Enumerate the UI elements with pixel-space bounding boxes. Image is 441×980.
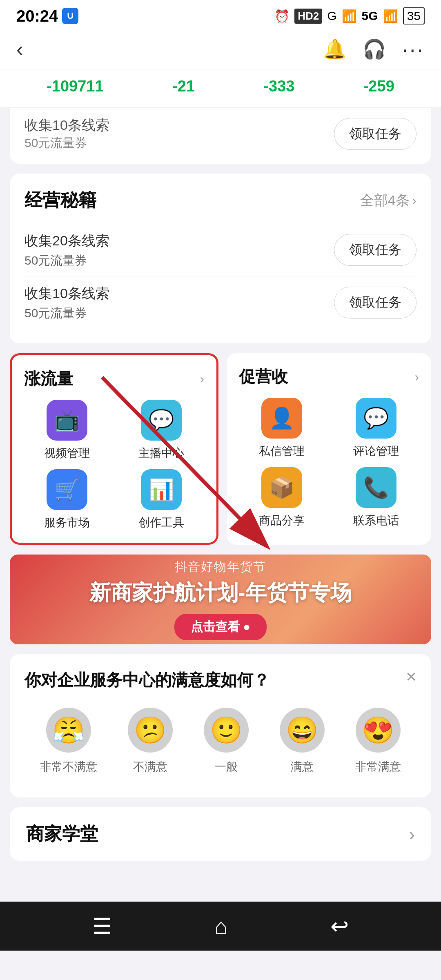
grow-item-2[interactable]: 🛒 服务市场 (24, 469, 110, 530)
promote-revenue-header: 促营收 › (239, 365, 419, 388)
grow-traffic-grid: 📺 视频管理 💬 主播中心 🛒 服务市场 📊 创作工具 (24, 400, 204, 530)
g-signal-icon: G (327, 9, 336, 23)
grow-traffic-link[interactable]: › (200, 372, 204, 386)
back-nav-icon[interactable]: ↩ (330, 913, 349, 939)
merchant-learning-arrow: › (409, 824, 415, 844)
spacer (0, 861, 441, 885)
grow-item-0[interactable]: 📺 视频管理 (24, 400, 110, 461)
creation-tools-icon: 📊 (141, 469, 182, 510)
video-mgmt-label: 视频管理 (44, 445, 90, 461)
streamer-center-icon: 💬 (141, 400, 182, 441)
emoji-label-2: 一般 (215, 759, 238, 775)
video-mgmt-icon: 📺 (47, 400, 87, 441)
partial-task-text: 收集10条线索 50元流量券 (24, 116, 109, 151)
nav-icons: 🔔 🎧 ··· (323, 37, 425, 61)
stats-row: -109711 -21 -333 -259 (0, 69, 441, 108)
status-time: 20:24 U (16, 7, 78, 25)
phone-contact-icon: 📞 (356, 467, 396, 508)
5g-label: 5G (362, 9, 378, 23)
headset-icon[interactable]: 🎧 (363, 38, 386, 60)
back-button[interactable]: ‹ (16, 37, 31, 61)
task-1-text: 收集20条线索 50元流量券 (24, 230, 109, 270)
page-wrapper: 20:24 U ⏰ HD2 G 📶 5G 📶 35 ‹ 🔔 🎧 ··· -109… (0, 0, 441, 951)
promo-item-0[interactable]: 👤 私信管理 (239, 398, 325, 459)
secret-section-card: 经营秘籍 全部4条 › 收集20条线索 50元流量券 领取任务 收集10条线索 … (10, 174, 431, 343)
survey-close-button[interactable]: × (406, 666, 416, 687)
emoji-satisfied: 😄 (280, 708, 325, 753)
nav-bar: ‹ 🔔 🎧 ··· (0, 29, 441, 69)
task-2-button[interactable]: 领取任务 (334, 287, 416, 318)
emoji-neutral: 🙂 (204, 708, 249, 753)
comment-mgmt-icon: 💬 (356, 398, 396, 439)
survey-card: × 你对企业服务中心的满意度如何？ 😤 非常不满意 😕 不满意 🙂 一般 😄 满… (10, 654, 431, 797)
product-share-label: 商品分享 (259, 513, 305, 528)
comment-mgmt-label: 评论管理 (353, 443, 399, 459)
stat-4[interactable]: -259 (363, 78, 394, 95)
task-item-2: 收集10条线索 50元流量券 领取任务 (24, 276, 416, 329)
survey-option-0[interactable]: 😤 非常不满意 (40, 708, 97, 775)
merchant-learning-row[interactable]: 商家学堂 › (10, 807, 431, 861)
service-market-label: 服务市场 (44, 515, 90, 530)
emoji-label-1: 不满意 (133, 759, 167, 775)
merchant-learning-title: 商家学堂 (26, 822, 98, 846)
promo-item-2[interactable]: 📦 商品分享 (239, 467, 325, 528)
stat-3[interactable]: -333 (263, 78, 294, 95)
partial-task-button[interactable]: 领取任务 (334, 118, 416, 150)
grow-traffic-card: 涨流量 › 📺 视频管理 💬 主播中心 🛒 服务市场 📊 创作 (10, 353, 218, 545)
signal-icon: 📶 (342, 9, 357, 23)
banner[interactable]: 抖音好物年货节 新商家护航计划-年货节专场 点击查看 ● (10, 555, 431, 644)
promo-item-3[interactable]: 📞 联系电话 (333, 467, 419, 528)
secret-link[interactable]: 全部4条 › (360, 191, 416, 210)
promote-revenue-card: 促营收 › 👤 私信管理 💬 评论管理 📦 商品分享 📞 联系 (227, 353, 431, 545)
emoji-unsatisfied: 😕 (128, 708, 173, 753)
emoji-very-satisfied: 😍 (356, 708, 401, 753)
task-2-text: 收集10条线索 50元流量券 (24, 283, 109, 322)
emoji-row: 😤 非常不满意 😕 不满意 🙂 一般 😄 满意 😍 非常满意 (24, 708, 416, 775)
promote-revenue-link[interactable]: › (415, 370, 419, 384)
partial-card: 收集10条线索 50元流量券 领取任务 (10, 108, 431, 164)
stat-2[interactable]: -21 (172, 78, 195, 95)
phone-contact-label: 联系电话 (353, 513, 399, 528)
emoji-label-4: 非常满意 (355, 759, 401, 775)
hd2-label: HD2 (294, 9, 322, 24)
emoji-label-3: 满意 (291, 759, 314, 775)
alarm-icon: ⏰ (274, 9, 290, 23)
promote-revenue-grid: 👤 私信管理 💬 评论管理 📦 商品分享 📞 联系电话 (239, 398, 419, 528)
streamer-center-label: 主播中心 (138, 445, 184, 461)
secret-header: 经营秘籍 全部4条 › (24, 188, 416, 212)
grow-item-1[interactable]: 💬 主播中心 (118, 400, 205, 461)
chevron-right-icon: › (412, 192, 416, 208)
survey-option-1[interactable]: 😕 不满意 (128, 708, 173, 775)
banner-main-text: 新商家护航计划-年货节专场 (89, 579, 351, 607)
status-bar: 20:24 U ⏰ HD2 G 📶 5G 📶 35 (0, 0, 441, 29)
survey-title: 你对企业服务中心的满意度如何？ (24, 669, 416, 691)
status-icons: ⏰ HD2 G 📶 5G 📶 35 (274, 7, 425, 24)
task-item-1: 收集20条线索 50元流量券 领取任务 (24, 224, 416, 276)
wifi-icon: 📶 (383, 9, 398, 23)
creation-tools-label: 创作工具 (138, 515, 184, 530)
emoji-label-0: 非常不满意 (40, 759, 97, 775)
banner-button[interactable]: 点击查看 ● (174, 614, 267, 640)
grow-traffic-header: 涨流量 › (24, 368, 204, 390)
survey-option-3[interactable]: 😄 满意 (280, 708, 325, 775)
bottom-nav: ☰ ⌂ ↩ (0, 902, 441, 951)
more-options-icon[interactable]: ··· (402, 37, 425, 61)
two-col-section: 涨流量 › 📺 视频管理 💬 主播中心 🛒 服务市场 📊 创作 (10, 353, 431, 545)
promote-revenue-title: 促营收 (239, 365, 288, 388)
dm-mgmt-icon: 👤 (261, 398, 302, 439)
stat-1[interactable]: -109711 (47, 78, 103, 95)
promo-item-1[interactable]: 💬 评论管理 (333, 398, 419, 459)
emoji-very-unsatisfied: 😤 (46, 708, 91, 753)
product-share-icon: 📦 (261, 467, 302, 508)
survey-option-4[interactable]: 😍 非常满意 (355, 708, 401, 775)
survey-option-2[interactable]: 🙂 一般 (204, 708, 249, 775)
service-market-icon: 🛒 (47, 469, 87, 510)
notification-bell-icon[interactable]: 🔔 (323, 38, 346, 60)
grow-traffic-title: 涨流量 (24, 368, 73, 390)
banner-top-text: 抖音好物年货节 (175, 559, 266, 575)
home-icon[interactable]: ⌂ (214, 913, 228, 939)
grow-item-3[interactable]: 📊 创作工具 (118, 469, 205, 530)
menu-icon[interactable]: ☰ (92, 913, 112, 939)
task-1-button[interactable]: 领取任务 (334, 234, 416, 266)
battery-icon: 35 (403, 7, 425, 24)
